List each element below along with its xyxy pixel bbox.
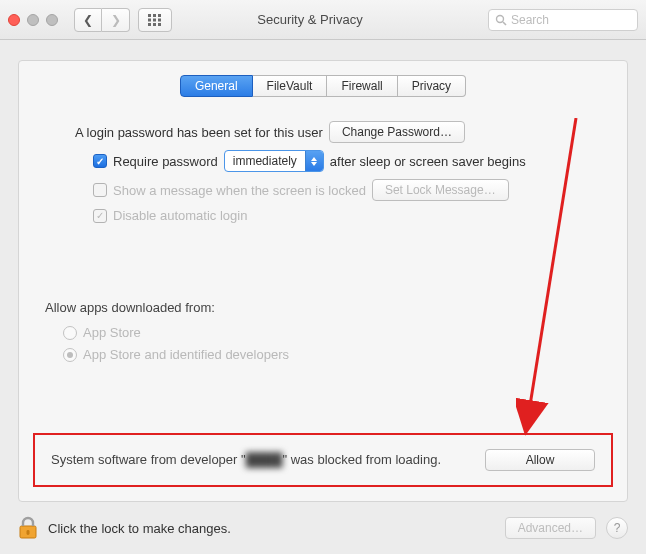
svg-rect-6 — [148, 23, 151, 26]
chevron-left-icon: ❮ — [83, 13, 93, 27]
allow-app-store-label: App Store — [83, 325, 141, 340]
allow-app-store-radio[interactable] — [63, 326, 77, 340]
show-all-button[interactable] — [138, 8, 172, 32]
svg-rect-5 — [158, 18, 161, 21]
blocked-suffix: " was blocked from loading. — [282, 452, 441, 467]
allow-button[interactable]: Allow — [485, 449, 595, 471]
tab-general[interactable]: General — [180, 75, 253, 97]
minimize-window-button[interactable] — [27, 14, 39, 26]
require-password-checkbox[interactable] — [93, 154, 107, 168]
blocked-prefix: System software from developer " — [51, 452, 246, 467]
svg-rect-13 — [27, 530, 30, 535]
preferences-panel: General FileVault Firewall Privacy A log… — [18, 60, 628, 502]
advanced-button[interactable]: Advanced… — [505, 517, 596, 539]
svg-rect-3 — [148, 18, 151, 21]
grid-icon — [148, 14, 162, 26]
login-password-label: A login password has been set for this u… — [75, 125, 323, 140]
zoom-window-button[interactable] — [46, 14, 58, 26]
blocked-software-notice: System software from developer "████" wa… — [33, 433, 613, 487]
change-password-button[interactable]: Change Password… — [329, 121, 465, 143]
allow-identified-devs-radio[interactable] — [63, 348, 77, 362]
require-password-delay-value: immediately — [225, 154, 305, 168]
tab-firewall[interactable]: Firewall — [327, 75, 397, 97]
search-placeholder: Search — [511, 13, 549, 27]
svg-line-10 — [503, 22, 506, 25]
window-controls — [8, 14, 58, 26]
window-titlebar: ❮ ❯ Security & Privacy Search — [0, 0, 646, 40]
svg-rect-8 — [158, 23, 161, 26]
footer: Click the lock to make changes. Advanced… — [18, 510, 628, 546]
svg-rect-4 — [153, 18, 156, 21]
svg-point-9 — [497, 15, 504, 22]
disable-auto-login-label: Disable automatic login — [113, 208, 247, 223]
search-field[interactable]: Search — [488, 9, 638, 31]
lock-icon[interactable] — [18, 516, 38, 540]
lock-hint-text: Click the lock to make changes. — [48, 521, 231, 536]
blocked-developer-redacted: ████ — [246, 451, 283, 469]
svg-rect-0 — [148, 14, 151, 17]
chevron-right-icon: ❯ — [111, 13, 121, 27]
back-button[interactable]: ❮ — [74, 8, 102, 32]
tab-bar: General FileVault Firewall Privacy — [45, 75, 601, 97]
show-lock-message-checkbox[interactable] — [93, 183, 107, 197]
updown-icon — [305, 151, 323, 171]
after-sleep-label: after sleep or screen saver begins — [330, 154, 526, 169]
window-title: Security & Privacy — [180, 12, 480, 27]
svg-rect-2 — [158, 14, 161, 17]
show-lock-message-label: Show a message when the screen is locked — [113, 183, 366, 198]
help-button[interactable]: ? — [606, 517, 628, 539]
disable-auto-login-checkbox[interactable] — [93, 209, 107, 223]
tab-filevault[interactable]: FileVault — [253, 75, 328, 97]
allow-apps-title: Allow apps downloaded from: — [45, 300, 601, 315]
svg-rect-1 — [153, 14, 156, 17]
allow-identified-devs-label: App Store and identified developers — [83, 347, 289, 362]
forward-button[interactable]: ❯ — [102, 8, 130, 32]
set-lock-message-button[interactable]: Set Lock Message… — [372, 179, 509, 201]
search-icon — [495, 14, 507, 26]
require-password-label: Require password — [113, 154, 218, 169]
blocked-software-message: System software from developer "████" wa… — [51, 451, 465, 469]
close-window-button[interactable] — [8, 14, 20, 26]
tab-privacy[interactable]: Privacy — [398, 75, 466, 97]
svg-rect-7 — [153, 23, 156, 26]
require-password-delay-dropdown[interactable]: immediately — [224, 150, 324, 172]
